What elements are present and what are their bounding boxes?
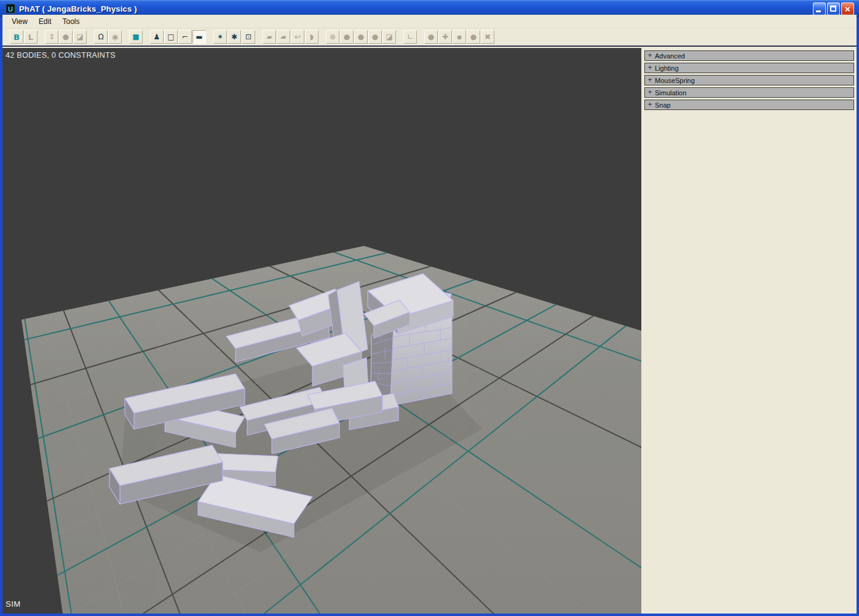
tool-block-a-button: ▰	[263, 30, 276, 44]
phat-window: U PhAT ( JengaBricks_Physics ) × View Ed…	[0, 0, 859, 616]
box-dot-button[interactable]: ⊡	[242, 30, 255, 44]
circle-b-button: ●	[354, 30, 368, 44]
small-elbow-button: ∟	[403, 30, 417, 44]
close-icon: ×	[842, 3, 853, 15]
elbow-line-icon: ⌐	[182, 33, 188, 41]
expand-plus-icon[interactable]: +	[645, 76, 655, 85]
toolbar: B L ⇕ ● ◪ Ω ◉ ■ ♟ □ ⌐ ▬ ✶ ✱ ⊡ ▰ ▰ ↩	[2, 28, 857, 47]
square-outline-icon: □	[167, 33, 174, 41]
blob-icon: ●	[428, 33, 434, 41]
actor-star-button[interactable]: ✶	[213, 30, 227, 44]
block-icon: ▰	[266, 33, 272, 41]
section-lighting[interactable]: + Lighting	[644, 63, 854, 73]
filled-square-icon: ■	[132, 33, 139, 41]
section-label: MouseSpring	[655, 77, 695, 84]
corner-box-icon: ◪	[386, 33, 392, 41]
sphere-icon: ●	[63, 33, 69, 41]
wire-box-button[interactable]: □	[164, 30, 178, 44]
camera-button: ◉	[108, 30, 122, 44]
maximize-button[interactable]	[827, 2, 840, 15]
letter-l-icon: L	[28, 33, 33, 41]
section-label: Simulation	[655, 89, 686, 97]
section-advanced[interactable]: + Advanced	[644, 50, 854, 61]
x-shape-button: ✖	[481, 30, 494, 44]
blob-d-button: ●	[424, 30, 438, 44]
section-snap[interactable]: + Snap	[644, 100, 854, 110]
menu-bar: View Edit Tools	[2, 15, 857, 28]
section-simulation[interactable]: + Simulation	[644, 87, 854, 98]
corner-box-button: ◪	[382, 30, 396, 44]
flat-bar-button[interactable]: ▬	[192, 30, 206, 44]
circle-plus-button: ⊕	[326, 30, 339, 44]
section-mousespring[interactable]: + MouseSpring	[644, 75, 854, 85]
letter-l-button: L	[24, 30, 38, 44]
circle-c-button: ●	[368, 30, 382, 44]
updown-arrows-icon: ⇕	[49, 33, 55, 41]
blob-icon: ◗	[310, 33, 314, 41]
undo-arrow-icon: ↩	[295, 33, 301, 41]
menu-tools[interactable]: Tools	[57, 15, 85, 28]
tool-block-b-button: ▰	[277, 30, 290, 44]
blob-button: ◗	[305, 30, 319, 44]
letter-b-icon: B	[14, 33, 20, 41]
section-label: Advanced	[655, 52, 685, 60]
circle-icon: ●	[344, 33, 350, 41]
minimize-button[interactable]	[813, 2, 826, 15]
circle-a-button: ●	[340, 30, 354, 44]
undo-arrow-button: ↩	[291, 30, 304, 44]
joint-elbow-button[interactable]: ⌐	[178, 30, 192, 44]
box-dot-icon: ⊡	[245, 33, 251, 41]
scale-box-button: ◪	[73, 30, 87, 44]
spin-tool-button[interactable]: ✱	[228, 30, 241, 44]
close-button[interactable]: ×	[841, 2, 854, 15]
horizontal-bar-icon: ▬	[196, 33, 202, 41]
small-elbow-icon: ∟	[407, 33, 413, 41]
cross-plus-icon: ✚	[442, 33, 448, 41]
spin-icon: ✱	[231, 33, 237, 41]
viewport-3d-scene	[2, 48, 641, 614]
star-figure-icon: ✶	[217, 33, 223, 41]
material-square-button[interactable]: ■	[129, 30, 143, 44]
expand-plus-icon[interactable]: +	[645, 100, 655, 109]
viewport-3d[interactable]: 42 BODIES, 0 CONSTRAINTS SIM	[2, 48, 641, 614]
x-icon: ✖	[485, 33, 491, 41]
bodies-constraints-status: 42 BODIES, 0 CONSTRAINTS	[6, 51, 116, 60]
expand-plus-icon[interactable]: +	[645, 51, 655, 60]
translate-updown-button: ⇕	[45, 30, 58, 44]
maximize-icon	[830, 6, 836, 12]
unreal-logo-icon: U	[6, 4, 15, 14]
person-icon: ♟	[154, 33, 160, 41]
window-title: PhAT ( JengaBricks_Physics )	[19, 4, 137, 14]
camera-icon: ◉	[112, 33, 118, 41]
expand-plus-icon[interactable]: +	[645, 88, 655, 97]
menu-view[interactable]: View	[6, 15, 33, 28]
section-label: Lighting	[655, 65, 679, 72]
menu-edit[interactable]: Edit	[33, 15, 57, 28]
sim-mode-label: SIM	[6, 599, 21, 609]
minimize-icon	[816, 10, 821, 12]
circle-plus-icon: ⊕	[330, 33, 336, 41]
block-icon: ▰	[280, 33, 286, 41]
circle-icon: ●	[470, 33, 477, 41]
expand-plus-icon[interactable]: +	[645, 63, 655, 73]
scale-box-icon: ◪	[76, 33, 83, 41]
small-square-button: ▪	[453, 30, 466, 44]
body-editing-mode-button[interactable]: B	[10, 30, 23, 44]
circle-icon: ●	[372, 33, 378, 41]
snap-magnet-button[interactable]: Ω	[94, 30, 108, 44]
circle-d-button: ●	[467, 30, 480, 44]
small-square-icon: ▪	[457, 33, 462, 41]
rotate-sphere-button: ●	[59, 30, 73, 44]
properties-panel: + Advanced + Lighting + MouseSpring + Si…	[641, 48, 857, 614]
cross-plus-button: ✚	[438, 30, 452, 44]
circle-icon: ●	[358, 33, 364, 41]
section-label: Snap	[655, 101, 671, 109]
magnet-icon: Ω	[98, 33, 103, 41]
player-figure-button[interactable]: ♟	[150, 30, 164, 44]
